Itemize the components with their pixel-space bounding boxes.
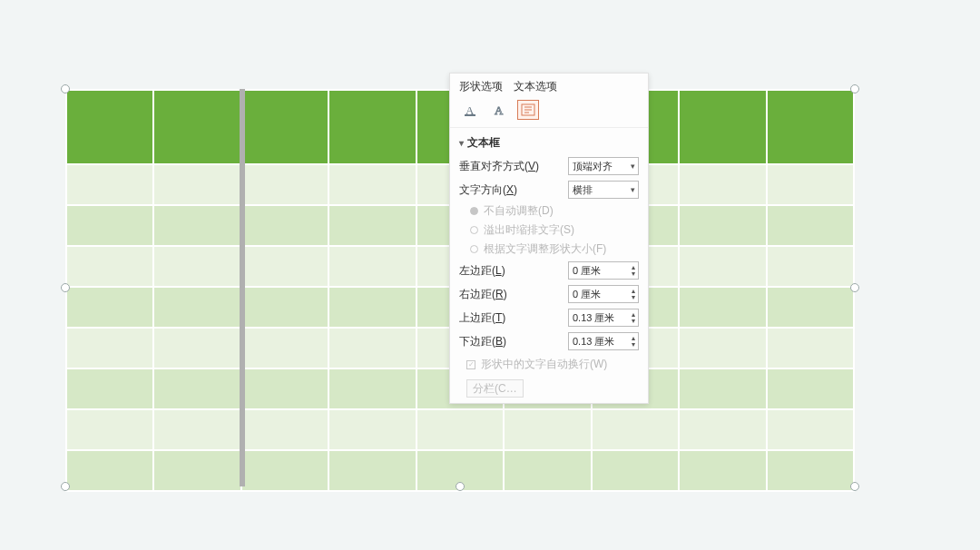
section-textbox-header[interactable]: ▾ 文本框 <box>450 128 648 154</box>
radio-icon <box>470 245 478 253</box>
resize-handle-bm[interactable] <box>456 482 465 491</box>
margin-right-input[interactable]: 0 厘米▴▾ <box>568 285 639 303</box>
vertical-alignment-select[interactable]: 顶端对齐▾ <box>568 157 639 175</box>
tab-shape-options[interactable]: 形状选项 <box>459 79 503 94</box>
radio-icon <box>470 207 478 215</box>
margin-top-label: 上边距(T) <box>459 310 568 326</box>
vertical-alignment-label: 垂直对齐方式(V) <box>459 159 568 174</box>
radio-icon <box>470 226 478 234</box>
margin-left-input[interactable]: 0 厘米▴▾ <box>568 261 639 280</box>
margin-right-label: 右边距(R) <box>459 287 568 302</box>
svg-text:A: A <box>495 103 504 117</box>
section-textbox-label: 文本框 <box>467 135 500 151</box>
margin-left-label: 左边距(L) <box>459 263 568 279</box>
chevron-down-icon: ▾ <box>459 138 464 148</box>
resize-handle-mr[interactable] <box>850 283 859 292</box>
spinner-icon: ▴▾ <box>632 264 635 277</box>
chevron-down-icon: ▾ <box>631 185 635 194</box>
margin-bottom-input[interactable]: 0.13 厘米▴▾ <box>568 332 639 350</box>
text-fill-outline-icon[interactable]: A <box>459 100 481 120</box>
columns-button: 分栏(C… <box>466 379 524 398</box>
textbox-icon[interactable] <box>517 100 539 120</box>
text-effects-icon[interactable]: A <box>488 100 510 120</box>
svg-rect-1 <box>465 114 475 116</box>
table-row <box>66 409 854 450</box>
format-shape-pane: 形状选项 文本选项 A A ▾ 文本框 垂直对齐方式(V) 顶端对齐▾ 文字方向… <box>449 73 649 404</box>
resize-handle-br[interactable] <box>850 482 859 491</box>
resize-handle-tr[interactable] <box>850 84 859 93</box>
spinner-icon: ▴▾ <box>632 335 635 348</box>
text-direction-label: 文字方向(X) <box>459 182 568 198</box>
autofit-shrink-radio: 溢出时缩排文字(S) <box>450 221 648 240</box>
resize-handle-tl[interactable] <box>61 84 70 93</box>
spinner-icon: ▴▾ <box>632 311 635 324</box>
resize-handle-ml[interactable] <box>61 283 70 292</box>
autofit-resize-shape-radio: 根据文字调整形状大小(F) <box>450 240 648 259</box>
tab-text-options[interactable]: 文本选项 <box>514 79 557 94</box>
autofit-none-radio: 不自动调整(D) <box>450 201 648 221</box>
resize-handle-bl[interactable] <box>61 482 70 491</box>
chevron-down-icon: ▾ <box>631 162 635 171</box>
text-direction-select[interactable]: 横排▾ <box>568 181 639 199</box>
column-selection-indicator <box>240 89 245 486</box>
wrap-text-checkbox: ✓ 形状中的文字自动换行(W) <box>450 353 648 376</box>
spinner-icon: ▴▾ <box>632 288 635 300</box>
checkbox-icon: ✓ <box>466 360 475 369</box>
margin-top-input[interactable]: 0.13 厘米▴▾ <box>568 309 639 327</box>
margin-bottom-label: 下边距(B) <box>459 334 568 349</box>
